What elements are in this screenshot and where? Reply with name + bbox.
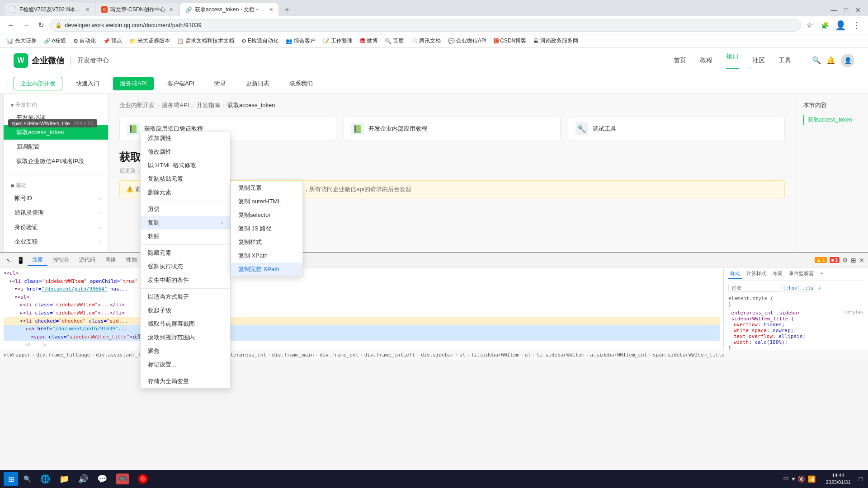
ctx-expand[interactable]: 以适当方式展开 xyxy=(141,290,230,304)
bookmark-tencent-docs[interactable]: 📄腾讯文档 xyxy=(408,36,444,46)
sub-copy-element[interactable]: 复制元素 xyxy=(231,181,302,195)
bookmark-dingdian[interactable]: 📌顶点 xyxy=(100,36,125,46)
extension-button[interactable]: 🧩 xyxy=(818,21,831,30)
ctx-force-state[interactable]: 强制执行状态 xyxy=(141,260,230,273)
ctx-screenshot[interactable]: 截取节点屏幕截图 xyxy=(141,317,230,331)
new-tab-button[interactable]: + xyxy=(281,4,293,16)
bc-ntwrapper[interactable]: ntWrapper xyxy=(4,352,31,358)
tab-restore[interactable]: □ xyxy=(842,5,851,14)
btn-enterprise[interactable]: 企业内部开发 xyxy=(14,77,62,90)
devtools-tab-network[interactable]: 网络 xyxy=(101,254,121,266)
tab3-close[interactable]: ✕ xyxy=(269,7,273,13)
tab-close[interactable]: ✕ xyxy=(853,5,863,14)
nav-tools[interactable]: 工具 xyxy=(778,56,791,65)
sub-copy-selector[interactable]: 复制selector xyxy=(231,208,302,222)
tab-1[interactable]: 📄 E检通V702及V702.N本升级升... ✕ xyxy=(5,3,95,16)
site-logo[interactable]: W 企业微信 | 开发者中心 xyxy=(14,53,109,68)
bookmark-weixin-api[interactable]: 💬企业微信API xyxy=(445,36,490,46)
sub-copy-styles[interactable]: 复制样式 xyxy=(231,235,302,249)
tab2-close[interactable]: ✕ xyxy=(169,7,173,13)
bookmark-automation[interactable]: ⚙自动化 xyxy=(70,36,99,46)
css-source-1[interactable]: <style> xyxy=(844,310,863,322)
css-tab-layout[interactable]: 布局 xyxy=(771,269,784,279)
ctx-copy-paste[interactable]: 复制粘贴元素 xyxy=(141,172,230,186)
bc-li-sidebarWWItem[interactable]: li.sidebarWWItem xyxy=(471,352,519,358)
section-basic-collapse-icon[interactable]: ■ xyxy=(11,183,14,189)
url-bar[interactable]: 🔒 developer.work.weixin.qq.com/document/… xyxy=(49,19,801,32)
menu-button[interactable]: ⋮ xyxy=(850,19,863,31)
ctx-edit-attr[interactable]: 修改属性 xyxy=(141,145,230,159)
tab-3[interactable]: 🔗 获取access_token - 文档 - 企业... ✕ xyxy=(179,3,279,16)
bookmark-guangda-version[interactable]: 📁光大证券版本 xyxy=(126,36,173,46)
quick-link-2[interactable]: 📗 开发企业内部应用教程 xyxy=(344,117,561,141)
bookmark-work[interactable]: 📝工作整理 xyxy=(320,36,356,46)
bookmark-baidu[interactable]: 🔍百度 xyxy=(382,36,407,46)
sub-copy-outerhtml[interactable]: 复制 outerHTML xyxy=(231,195,302,208)
bookmark-weibo[interactable]: 微微博 xyxy=(357,36,381,46)
btn-changelog[interactable]: 更新日志 xyxy=(240,77,276,90)
btn-appendix[interactable]: 附录 xyxy=(208,77,232,90)
close-devtools[interactable]: ✕ xyxy=(859,257,864,264)
css-tab-computed[interactable]: 计算样式 xyxy=(745,269,768,279)
bookmark-guangda-zhengquan[interactable]: 📊光大证券 xyxy=(4,36,40,46)
settings-icon[interactable]: ⚙ xyxy=(842,257,848,264)
notification-icon[interactable]: 🔔 xyxy=(826,56,835,65)
breadcrumb-enterprise[interactable]: 企业内部开发 xyxy=(119,101,155,109)
css-tab-more[interactable]: » xyxy=(818,269,825,279)
quick-link-3[interactable]: 🔧 调试工具 xyxy=(568,117,785,141)
bc-frame-main[interactable]: div.frame_main xyxy=(272,352,314,358)
ctx-scroll-into-view[interactable]: 滚动到视野范围内 xyxy=(141,331,230,344)
css-tab-events[interactable]: 事件监听器 xyxy=(787,269,816,279)
bookmark-comprehensive[interactable]: 👥综合客户 xyxy=(283,36,319,46)
ctx-edit-html[interactable]: 以 HTML 格式修改 xyxy=(141,159,230,172)
ctx-add-attr[interactable]: 添加属性 xyxy=(141,131,230,145)
bc-span-title[interactable]: span.sidebarWWItem_title xyxy=(653,352,725,358)
user-avatar[interactable]: 👤 xyxy=(841,54,854,67)
sidebar-item-upstream[interactable]: 上下游 › xyxy=(4,249,108,252)
toc-link[interactable]: 获取access_token xyxy=(803,115,861,125)
breadcrumb-service-api[interactable]: 服务端API xyxy=(162,101,189,109)
btn-client-api[interactable]: 客户端API xyxy=(161,77,201,90)
search-icon[interactable]: 🔍 xyxy=(812,56,821,65)
css-filter-input[interactable] xyxy=(728,284,783,292)
dock-icon[interactable]: ⊞ xyxy=(851,257,856,264)
nav-tutorial[interactable]: 教程 xyxy=(700,56,712,65)
btn-service-api[interactable]: 服务端API xyxy=(113,77,154,90)
bc-frame-cnt[interactable]: div.frame_cnt xyxy=(320,352,359,358)
reload-button[interactable]: ↻ xyxy=(35,20,47,30)
bookmark-ejiantong-auto[interactable]: ⚙E检通自动化 xyxy=(238,36,282,46)
devtools-tab-console[interactable]: 控制台 xyxy=(48,254,74,266)
bookmark-ejiantong[interactable]: 🔗e栓通 xyxy=(41,36,69,46)
sidebar-item-callback[interactable]: 回调配置 xyxy=(4,140,108,154)
ctx-paste[interactable]: 粘贴 xyxy=(141,230,230,243)
devtools-tab-performance[interactable]: 性能 xyxy=(122,254,142,266)
devtools-tab-elements[interactable]: 元素 xyxy=(28,254,47,266)
bc-ul[interactable]: ul xyxy=(459,352,465,358)
ctx-collapse[interactable]: 收起子级 xyxy=(141,304,230,317)
btn-quick[interactable]: 快速入门 xyxy=(70,77,106,90)
ctx-break-condition[interactable]: 发生中断的条件 xyxy=(141,273,230,287)
profile-button[interactable]: 👤 xyxy=(834,19,847,32)
btn-contact[interactable]: 联系我们 xyxy=(283,77,319,90)
tab-2[interactable]: C 写文章-CSDN创作中心 ✕ xyxy=(96,3,179,16)
ctx-delete[interactable]: 删除元素 xyxy=(141,186,230,199)
bc-ul2[interactable]: ul xyxy=(525,352,531,358)
section-collapse-icon[interactable]: ▾ xyxy=(11,102,14,108)
bc-li-sidebarWWItem2[interactable]: li.sidebarWWItem xyxy=(537,352,585,358)
sub-copy-full-xpath[interactable]: 复制完整 XPath xyxy=(231,263,302,276)
inspect-icon[interactable]: ↖ xyxy=(4,255,14,265)
ctx-focus[interactable]: 聚焦 xyxy=(141,344,230,358)
forward-button[interactable]: → xyxy=(20,20,33,30)
ctx-copy[interactable]: 复制 › xyxy=(141,216,230,230)
ctx-cut[interactable]: 剪切 xyxy=(141,202,230,216)
ctx-hide[interactable]: 隐藏元素 xyxy=(141,246,230,260)
bookmark-docs[interactable]: 📋需求文档和技术文档 xyxy=(174,36,237,46)
hov-badge[interactable]: :hov xyxy=(784,285,799,291)
ctx-badge-settings[interactable]: 标记设置... xyxy=(141,358,230,360)
sidebar-item-contacts[interactable]: 通讯录管理 › xyxy=(4,206,108,220)
sub-copy-xpath[interactable]: 复制 XPath xyxy=(231,249,302,263)
breadcrumb-devguide[interactable]: 开发指南 xyxy=(197,101,220,109)
back-button[interactable]: ← xyxy=(5,20,17,30)
nav-home[interactable]: 首页 xyxy=(674,56,686,65)
sub-copy-jspath[interactable]: 复制 JS 路径 xyxy=(231,222,302,235)
